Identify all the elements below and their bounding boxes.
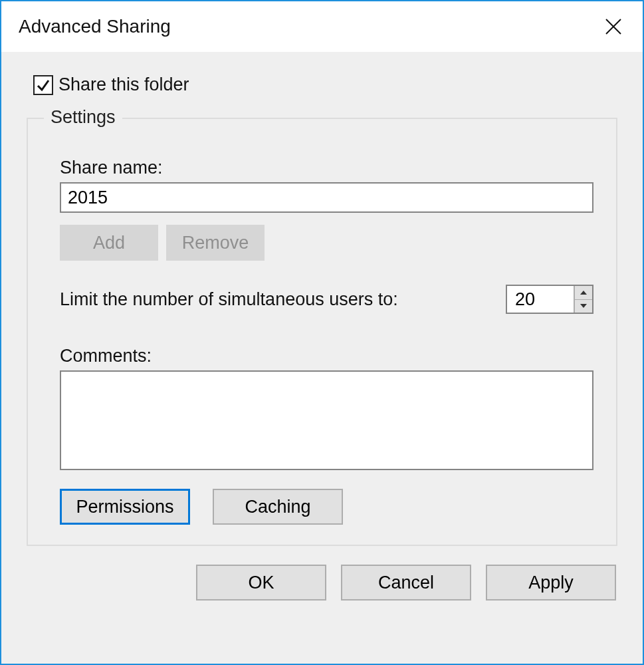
- limit-users-label: Limit the number of simultaneous users t…: [60, 289, 398, 310]
- close-icon: [605, 18, 622, 35]
- dialog-body: Share this folder Settings Share name: A…: [1, 52, 643, 664]
- spinner-down-button[interactable]: [575, 299, 592, 313]
- close-button[interactable]: [597, 11, 629, 43]
- comments-label: Comments:: [60, 346, 593, 366]
- share-folder-label: Share this folder: [58, 74, 189, 95]
- apply-button[interactable]: Apply: [486, 565, 616, 600]
- share-folder-row: Share this folder: [33, 74, 617, 95]
- spinner-up-button[interactable]: [575, 286, 592, 299]
- caching-button[interactable]: Caching: [213, 489, 343, 525]
- limit-users-input[interactable]: [507, 286, 574, 313]
- share-name-input[interactable]: [60, 182, 593, 213]
- share-folder-checkbox[interactable]: [33, 75, 53, 95]
- chevron-down-icon: [580, 303, 588, 309]
- cancel-button[interactable]: Cancel: [341, 565, 471, 600]
- titlebar: Advanced Sharing: [1, 1, 643, 52]
- remove-button: Remove: [166, 225, 265, 261]
- advanced-sharing-dialog: Advanced Sharing Share this folder Setti…: [0, 0, 644, 665]
- svg-marker-2: [580, 291, 587, 295]
- limit-users-row: Limit the number of simultaneous users t…: [60, 285, 593, 314]
- ok-button[interactable]: OK: [196, 565, 326, 600]
- spinner-arrows: [574, 286, 592, 313]
- checkmark-icon: [36, 78, 51, 92]
- dialog-button-bar: OK Cancel Apply: [27, 565, 617, 600]
- chevron-up-icon: [580, 290, 588, 295]
- add-remove-row: Add Remove: [60, 225, 593, 261]
- settings-group-title: Settings: [44, 107, 122, 128]
- settings-group: Settings Share name: Add Remove Limit th…: [27, 118, 617, 546]
- permissions-row: Permissions Caching: [60, 489, 593, 525]
- add-button: Add: [60, 225, 158, 261]
- comments-input[interactable]: [60, 370, 593, 470]
- permissions-button[interactable]: Permissions: [60, 489, 190, 525]
- svg-marker-3: [580, 304, 587, 308]
- share-name-label: Share name:: [60, 158, 593, 178]
- dialog-title: Advanced Sharing: [19, 16, 171, 37]
- limit-users-spinner: [506, 285, 593, 314]
